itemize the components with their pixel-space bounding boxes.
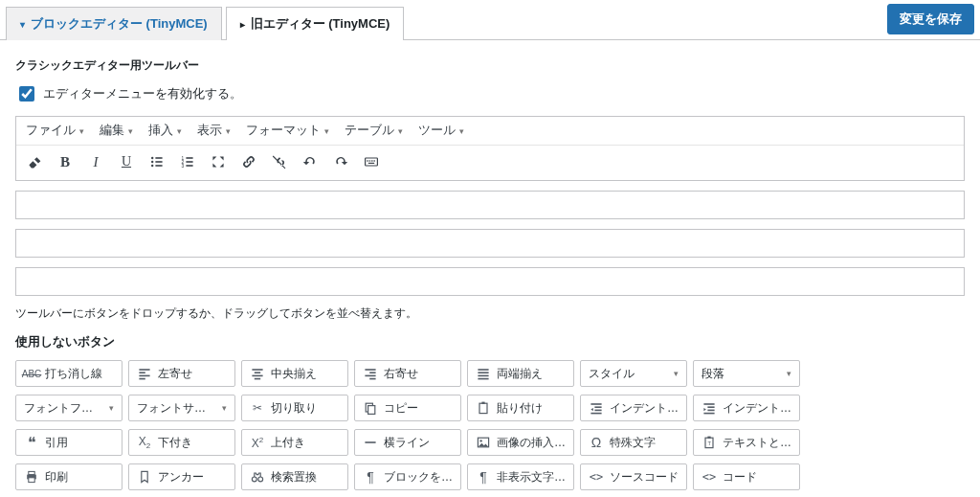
underline-icon[interactable]: U [118, 153, 135, 170]
omega-icon: Ω [589, 435, 604, 450]
chevron-down-icon: ▾ [459, 126, 464, 136]
svg-rect-52 [29, 471, 34, 474]
svg-point-55 [252, 477, 256, 482]
svg-rect-24 [252, 375, 262, 377]
btn-invisibles[interactable]: ¶非表示文字を表示 [467, 463, 574, 490]
btn-style-select[interactable]: スタイル▾ [580, 360, 687, 387]
svg-rect-18 [139, 369, 149, 371]
toolbar-drop-row-4[interactable] [15, 267, 965, 296]
tab-classic-editor-label: 旧エディター (TinyMCE) [251, 15, 390, 33]
svg-rect-25 [255, 378, 260, 380]
svg-rect-12 [366, 158, 378, 166]
btn-aligncenter[interactable]: 中央揃え [241, 360, 348, 387]
pilcrow-icon: ¶ [476, 469, 491, 485]
svg-point-0 [151, 157, 153, 159]
btn-indent[interactable]: インデントを増やす [693, 395, 800, 421]
svg-rect-21 [139, 378, 145, 380]
btn-image[interactable]: 画像の挿入/編集 [467, 429, 574, 456]
btn-hr[interactable]: 横ライン [354, 429, 461, 456]
menu-format[interactable]: フォーマット▾ [246, 123, 329, 139]
btn-blockquote[interactable]: ❝引用 [15, 429, 122, 456]
btn-fontfamily-select[interactable]: フォントファミリー▾ [15, 395, 122, 421]
toolbar-drop-row-2[interactable] [15, 191, 965, 219]
svg-rect-19 [139, 372, 145, 373]
menu-view[interactable]: 表示▾ [197, 123, 231, 139]
btn-code[interactable]: <>コード [693, 463, 800, 490]
editor-toolbar-frame: ファイル▾ 編集▾ 挿入▾ 表示▾ フォーマット▾ テーブル▾ ツール▾ B I… [15, 116, 965, 181]
enable-menu-checkbox-row[interactable]: エディターメニューを有効化する。 [15, 83, 965, 104]
keyboard-icon[interactable] [363, 153, 380, 170]
btn-fontsize-select[interactable]: フォントサイズ▾ [128, 395, 235, 421]
clipboard-icon [476, 400, 491, 416]
bullet-list-icon[interactable] [148, 153, 166, 170]
numbered-list-icon[interactable]: 123 [179, 153, 196, 170]
bookmark-icon [137, 469, 152, 485]
print-icon [24, 469, 39, 485]
btn-subscript[interactable]: X2下付き [128, 429, 235, 456]
svg-rect-27 [369, 372, 375, 373]
svg-rect-31 [478, 372, 488, 373]
menu-table[interactable]: テーブル▾ [345, 123, 403, 139]
menu-file[interactable]: ファイル▾ [26, 123, 84, 139]
svg-rect-42 [703, 403, 714, 405]
btn-copy[interactable]: コピー [354, 395, 461, 421]
chevron-down-icon: ▾ [79, 126, 84, 136]
btn-anchor[interactable]: アンカー [128, 463, 235, 490]
menu-edit[interactable]: 編集▾ [100, 123, 133, 139]
align-justify-icon [476, 366, 491, 381]
btn-sourcecode[interactable]: <>ソースコード [580, 463, 687, 490]
btn-justify[interactable]: 両端揃え [467, 360, 574, 387]
toolbar-drop-row-3[interactable] [15, 229, 965, 258]
tab-block-editor-label: ブロックエディター (TinyMCE) [31, 15, 208, 33]
save-button[interactable]: 変更を保存 [887, 4, 974, 34]
btn-charmap[interactable]: Ω特殊文字 [580, 429, 687, 456]
redo-icon[interactable] [332, 153, 349, 170]
btn-paste[interactable]: 貼り付け [467, 395, 574, 421]
svg-rect-33 [478, 378, 488, 380]
unlink-icon[interactable] [271, 153, 288, 170]
unused-buttons-grid: ABC打ち消し線 左寄せ 中央揃え 右寄せ 両端揃え スタイル▾ 段落▾ フォン… [15, 360, 965, 497]
unused-buttons-heading: 使用しないボタン [15, 333, 965, 350]
enable-menu-checkbox[interactable] [19, 86, 34, 102]
drop-hint-text: ツールバーにボタンをドロップするか、ドラッグしてボタンを並べ替えます。 [15, 305, 965, 322]
btn-alignleft[interactable]: 左寄せ [128, 360, 235, 387]
svg-rect-41 [590, 413, 601, 415]
svg-rect-26 [365, 369, 375, 371]
btn-outdent[interactable]: インデントを減らす [580, 395, 687, 421]
clipboard-text-icon: T [702, 435, 717, 450]
subscript-icon: X2 [137, 435, 152, 450]
chevron-down-icon: ▾ [324, 126, 329, 136]
link-icon[interactable] [240, 153, 257, 170]
svg-point-48 [479, 440, 481, 441]
btn-superscript[interactable]: X2上付き [241, 429, 348, 456]
tab-block-editor[interactable]: ▾ ブロックエディター (TinyMCE) [6, 7, 222, 40]
italic-icon[interactable]: I [87, 153, 104, 170]
menu-insert[interactable]: 挿入▾ [148, 123, 182, 139]
btn-cut[interactable]: ✂切り取り [241, 395, 348, 421]
svg-rect-23 [255, 372, 260, 373]
undo-icon[interactable] [301, 153, 319, 170]
svg-rect-36 [479, 403, 487, 413]
btn-alignright[interactable]: 右寄せ [354, 360, 461, 387]
menu-tool[interactable]: ツール▾ [418, 123, 464, 139]
btn-strikethrough[interactable]: ABC打ち消し線 [15, 360, 122, 387]
svg-rect-20 [139, 375, 149, 377]
binoculars-icon [250, 469, 265, 485]
btn-searchreplace[interactable]: 検索置換 [241, 463, 348, 490]
bold-icon[interactable]: B [56, 153, 74, 170]
btn-pastetext[interactable]: Tテキストとしてペー… [693, 429, 800, 456]
btn-showblocks[interactable]: ¶ブロックを表示 [354, 463, 461, 490]
superscript-icon: X2 [250, 435, 265, 450]
svg-rect-45 [703, 413, 714, 415]
btn-print[interactable]: 印刷 [15, 463, 122, 490]
fullscreen-icon[interactable] [210, 153, 227, 170]
btn-paragraph-select[interactable]: 段落▾ [693, 360, 800, 387]
svg-rect-9 [186, 161, 192, 163]
eraser-icon[interactable] [26, 153, 43, 170]
caret-right-icon: ▸ [240, 19, 245, 30]
scissors-icon: ✂ [250, 400, 265, 416]
classic-toolbar-heading: クラシックエディター用ツールバー [15, 57, 965, 74]
svg-rect-40 [594, 410, 601, 412]
tab-classic-editor[interactable]: ▸ 旧エディター (TinyMCE) [226, 7, 405, 40]
strikethrough-icon: ABC [24, 366, 39, 381]
